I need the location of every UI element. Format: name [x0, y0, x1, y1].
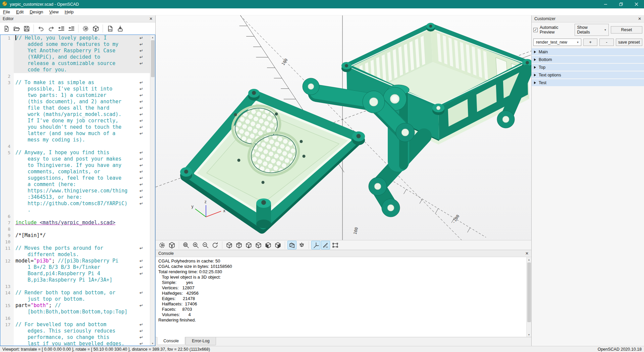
code-line[interactable]: 11// Moves the ports around for↵	[0, 245, 150, 251]
close-icon[interactable]	[629, 0, 644, 8]
view-front-icon[interactable]	[264, 241, 273, 249]
code-line[interactable]: 9/*[Main]*/	[0, 232, 150, 239]
code-line[interactable]: to Thingiverse. If you have any↵	[0, 162, 150, 169]
code-line[interactable]: release a customizable source↵	[0, 60, 150, 67]
code-line[interactable]: edges. This seriously reduces↵	[0, 328, 150, 334]
code-editor[interactable]: 1// Hello, you lovely people. I↵ added s…	[0, 35, 155, 346]
tab-error-log[interactable]: Error-Log	[185, 337, 216, 345]
menu-edit[interactable]: Edit	[13, 9, 26, 15]
undo-icon[interactable]	[36, 23, 46, 34]
view-top-icon[interactable]	[234, 241, 244, 249]
code-line[interactable]: two parts: 1) a customizer↵	[0, 92, 150, 99]
console-close-icon[interactable]: ✕	[525, 251, 529, 255]
add-preset-button[interactable]: +	[583, 39, 597, 46]
remove-preset-button[interactable]: -	[599, 39, 613, 46]
perspective-icon[interactable]	[287, 241, 297, 249]
code-line[interactable]: If I've done my job correctly,↵	[0, 118, 150, 124]
code-line[interactable]: 3// To make it as simple as↵	[0, 79, 150, 86]
show-axes-icon[interactable]	[311, 241, 320, 249]
code-line[interactable]: file that does all the hard↵	[0, 105, 150, 111]
code-line[interactable]: 13	[0, 283, 150, 290]
save-icon[interactable]	[21, 23, 32, 34]
code-line[interactable]: suggestions, feel free to leave↵	[0, 175, 150, 181]
automatic-preview-checkbox[interactable]: ✓	[533, 28, 538, 32]
code-line[interactable]: you shouldn't need to touch the↵	[0, 124, 150, 130]
code-line[interactable]: [both:Both,bottom:Bottom,top:Top]	[0, 309, 150, 315]
code-line[interactable]: performance, so change this↵	[0, 334, 150, 341]
view-bottom-icon[interactable]	[244, 241, 253, 249]
parameter-group-test[interactable]: Test	[532, 79, 644, 86]
render-icon[interactable]	[167, 241, 176, 249]
render-icon[interactable]	[91, 23, 101, 34]
save-preset-button[interactable]: save preset	[616, 39, 642, 46]
code-line[interactable]: different models.	[0, 251, 150, 258]
scroll-down-icon[interactable]: ▼	[527, 332, 532, 337]
code-line[interactable]: 8	[0, 226, 150, 232]
menu-file[interactable]: File	[0, 9, 13, 15]
code-line[interactable]: 2	[0, 73, 150, 79]
redo-icon[interactable]	[46, 23, 56, 34]
code-line[interactable]: possible, I've split it into↵	[0, 86, 150, 92]
code-line[interactable]: 16	[0, 315, 150, 321]
editor-scrollbar[interactable]: ▲ ▼	[150, 35, 155, 346]
menu-view[interactable]: View	[46, 9, 62, 15]
parameter-group-main[interactable]: Main	[532, 48, 644, 55]
open-icon[interactable]	[11, 23, 21, 34]
editor-close-icon[interactable]: ✕	[149, 17, 153, 21]
code-line[interactable]: 15part="both"; //↵	[0, 302, 150, 309]
scroll-up-icon[interactable]: ▲	[527, 257, 532, 262]
preview-icon[interactable]	[80, 23, 91, 34]
code-line[interactable]: just top or bottom.	[0, 296, 150, 302]
orthographic-icon[interactable]	[297, 241, 306, 249]
code-line[interactable]: Board,pi4:Raspberry Pi 4↵	[0, 271, 150, 277]
code-line[interactable]: 10	[0, 239, 150, 245]
code-line[interactable]: 1// Hello, you lovely people. I↵	[0, 35, 150, 41]
preview-icon[interactable]	[158, 241, 167, 249]
menu-help[interactable]: Help	[62, 9, 77, 15]
reset-button[interactable]: Reset	[611, 26, 642, 34]
editor-scrollbar-thumb[interactable]	[151, 40, 155, 77]
view-right-icon[interactable]	[225, 241, 234, 249]
code-line[interactable]: work (maths/yarpic_model.scad).↵	[0, 111, 150, 118]
parameter-group-top[interactable]: Top	[532, 64, 644, 71]
send-to-printer-icon[interactable]	[115, 23, 125, 34]
code-line[interactable]: code for you.	[0, 67, 150, 73]
console-scrollbar[interactable]: ▲ ▼	[526, 257, 531, 337]
zoom-all-icon[interactable]	[181, 241, 191, 249]
code-line[interactable]: added some more features to my↵	[0, 41, 150, 48]
export-stl-icon[interactable]: STL	[105, 23, 115, 34]
code-line[interactable]: B,pi3a:Raspberry Pi 1A+/3A+]	[0, 277, 150, 283]
details-dropdown[interactable]: Show Details ▾	[575, 24, 609, 36]
code-line[interactable]: easy to use and post your makes↵	[0, 156, 150, 162]
code-line[interactable]: comments, complaints, or↵	[0, 169, 150, 175]
code-text[interactable]: 1// Hello, you lovely people. I↵ added s…	[0, 35, 150, 346]
minimize-icon[interactable]	[598, 0, 613, 8]
scroll-up-icon[interactable]: ▲	[150, 35, 155, 40]
code-line[interactable]: 12model="pi3b"; //[pi3b:Raspberry Pi↵	[0, 258, 150, 264]
code-line[interactable]: (YARPiC), and decided to↵	[0, 54, 150, 60]
code-line[interactable]: http://github.com/tomsc87/YARPiC)↵	[0, 200, 150, 207]
reset-view-icon[interactable]	[211, 241, 220, 249]
code-line[interactable]: last if you want bevelled edges.↵	[0, 341, 150, 346]
new-file-icon[interactable]	[1, 23, 11, 34]
console-scrollbar-thumb[interactable]	[527, 262, 531, 322]
preset-combobox[interactable]: render_test_new ▾	[533, 39, 581, 46]
code-line[interactable]: 1 B+/2 B/3 B/3 B+/Tinker↵	[0, 264, 150, 271]
indent-icon[interactable]	[66, 23, 76, 34]
customizer-close-icon[interactable]: ✕	[638, 17, 641, 21]
code-line[interactable]: 7include <maths/yarpic_model.scad>	[0, 220, 150, 226]
code-line[interactable]: (this document), and 2) another↵	[0, 99, 150, 105]
zoom-in-icon[interactable]	[191, 241, 200, 249]
code-line[interactable]: mess my coding is).	[0, 137, 150, 143]
zoom-out-icon[interactable]	[201, 241, 210, 249]
show-edges-icon[interactable]	[331, 241, 340, 249]
code-line[interactable]: 4	[0, 143, 150, 150]
view-left-icon[interactable]	[254, 241, 263, 249]
unindent-icon[interactable]	[56, 23, 66, 34]
code-line[interactable]: 14// Render both top and bottom, or↵	[0, 290, 150, 296]
menu-design[interactable]: Design	[26, 9, 46, 15]
code-line[interactable]: Yet Another Raspberry Pi Case↵	[0, 48, 150, 54]
parameter-group-text-options[interactable]: Text options	[532, 71, 644, 78]
parameter-group-bottom[interactable]: Bottom	[532, 56, 644, 63]
code-line[interactable]: latter (and see how much of a↵	[0, 130, 150, 137]
